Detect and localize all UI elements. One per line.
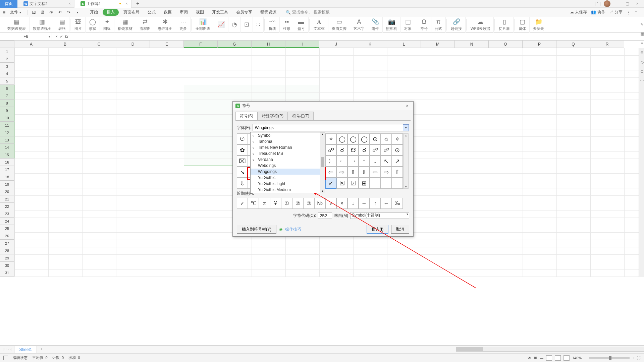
recent-symbol[interactable]: ℃ — [248, 198, 259, 209]
btn-camera[interactable]: 📷照相机 — [383, 17, 401, 33]
symbol-cell[interactable] — [370, 178, 381, 189]
symbol-cell[interactable]: ↑ — [359, 156, 370, 167]
tab-special[interactable]: 特殊字符(P) — [258, 112, 288, 120]
tab-resources[interactable]: 稻壳资源 — [257, 8, 280, 16]
symbol-cell[interactable]: ☌ — [336, 144, 347, 156]
tab-symbols[interactable]: 符号(S) — [235, 112, 258, 120]
btn-icon[interactable]: ✦图标 — [100, 17, 114, 33]
unsaved-status[interactable]: ☁ 未保存 — [570, 9, 587, 15]
recent-symbol[interactable]: ≠ — [259, 198, 270, 209]
recent-symbol[interactable]: ① — [281, 198, 292, 209]
cancel-button[interactable]: 取消 — [391, 225, 409, 234]
column-header[interactable]: P — [523, 41, 556, 48]
side-icon[interactable]: ⊙ — [640, 69, 644, 74]
row-header[interactable]: 18 — [0, 173, 14, 181]
row-header[interactable]: 3 — [0, 63, 14, 70]
close-icon[interactable]: × — [125, 1, 128, 6]
btn-asset[interactable]: ▦稻壳素材 — [114, 17, 136, 33]
zoom-in-icon[interactable]: + — [632, 356, 634, 360]
symbol-cell[interactable]: ↗ — [392, 156, 403, 167]
btn-allchart[interactable]: 📊全部图表 — [192, 17, 214, 33]
symbol-cell[interactable]: ⇧ — [392, 167, 403, 178]
symbol-cell[interactable]: ⇨ — [336, 167, 347, 178]
grid-icon[interactable]: ⊞ — [534, 356, 537, 360]
column-header[interactable]: R — [590, 41, 624, 48]
btn-spark-winloss[interactable]: ▬盈亏 — [294, 17, 309, 33]
btn-flowchart[interactable]: ⇄流程图 — [136, 17, 154, 33]
column-header[interactable]: Q — [556, 41, 590, 48]
status-icon[interactable] — [3, 356, 8, 360]
font-option[interactable]: ‹Trebuchet MS — [251, 150, 325, 157]
symbol-cell[interactable]: ⇦ — [325, 167, 336, 178]
close-window-icon[interactable]: × — [634, 1, 641, 6]
row-header[interactable]: 4 — [0, 70, 14, 77]
qat-undo-icon[interactable]: ↶ — [56, 9, 64, 16]
btn-table[interactable]: ▤表格 — [55, 17, 69, 33]
btn-chart-2[interactable]: ◔ — [228, 17, 241, 33]
column-header[interactable]: K — [353, 41, 387, 48]
recent-symbol[interactable]: ↑ — [370, 198, 381, 209]
btn-textbox[interactable]: 𝐀文本框 — [310, 17, 328, 33]
symbol-cell[interactable]: ◯ — [347, 133, 359, 144]
btn-slicer[interactable]: ▯切片器 — [495, 17, 514, 33]
tab-data[interactable]: 数据 — [160, 8, 175, 16]
tab-home[interactable]: 首页 — [0, 0, 17, 8]
side-icon[interactable]: ◇ — [641, 60, 644, 64]
symbol-cell[interactable]: ◯ — [336, 133, 347, 144]
font-option[interactable]: ‹Tahoma — [251, 138, 325, 144]
column-header[interactable]: C — [82, 41, 116, 48]
row-header[interactable]: 26 — [0, 232, 14, 240]
collapse-icon[interactable]: ⌃ — [635, 10, 638, 15]
nav-first-icon[interactable]: |‹ — [3, 347, 5, 351]
row-header[interactable]: 12 — [0, 129, 14, 136]
btn-chart-1[interactable]: 📈 — [214, 17, 228, 33]
font-option[interactable]: Webdings — [251, 163, 325, 169]
dialog-titlebar[interactable]: S 符号 × — [233, 102, 413, 110]
cancel-icon[interactable]: × — [55, 34, 58, 39]
recent-symbol[interactable]: ③ — [303, 198, 314, 209]
font-option[interactable]: Yu Gothic Light — [251, 181, 325, 187]
zoom-out-icon[interactable]: − — [584, 356, 586, 360]
btn-pivottable[interactable]: ▦数据透视表 — [4, 17, 30, 33]
btn-attach[interactable]: 📎附件 — [368, 17, 383, 33]
avatar[interactable] — [604, 0, 610, 7]
row-header[interactable]: 28 — [0, 247, 14, 254]
symbol-cell[interactable]: ✓ — [325, 178, 336, 189]
accept-icon[interactable]: ✓ — [60, 34, 63, 39]
recent-symbol[interactable]: ✓ — [237, 198, 248, 209]
row-header[interactable]: 9 — [0, 107, 14, 114]
row-header[interactable]: 17 — [0, 166, 14, 173]
qat-preview-icon[interactable]: 👁 — [48, 9, 55, 16]
symbol-cell[interactable]: → — [347, 156, 359, 167]
row-header[interactable]: 10 — [0, 114, 14, 122]
btn-symbol[interactable]: Ω符号 — [417, 17, 431, 33]
font-option[interactable]: Yu Gothic — [251, 175, 325, 181]
tab-dev[interactable]: 开发工具 — [209, 8, 231, 16]
row-header[interactable]: 11 — [0, 122, 14, 129]
nav-next-icon[interactable]: › — [7, 347, 9, 351]
share-button[interactable]: ↗ 分享 — [609, 9, 623, 15]
zoom-value[interactable]: 140% — [572, 356, 582, 360]
view-pagebreak[interactable] — [564, 355, 570, 361]
zoom-slider[interactable] — [589, 357, 630, 359]
qat-print-icon[interactable]: 🖶 — [39, 9, 46, 16]
symbol-cell[interactable]: ⊙ — [392, 144, 403, 156]
symbol-cell[interactable] — [381, 178, 392, 189]
column-header[interactable]: E — [150, 41, 184, 48]
side-icon[interactable]: ⊕ — [640, 50, 644, 55]
badge-icon[interactable]: 1 — [595, 2, 600, 6]
recent-symbol[interactable]: ← — [381, 198, 392, 209]
recent-symbol[interactable]: √ — [325, 198, 336, 209]
nav-prev-icon[interactable]: ‹ — [6, 347, 7, 351]
btn-spark-col[interactable]: ▪▪柱形 — [280, 17, 294, 33]
tab-layout[interactable]: 页面布局 — [120, 8, 143, 16]
add-sheet-button[interactable]: + — [37, 347, 46, 352]
column-header[interactable]: H — [252, 41, 285, 48]
column-header[interactable]: D — [116, 41, 150, 48]
symbol-cell[interactable]: ☍ — [370, 144, 381, 156]
font-option[interactable]: Yu Gothic Medium — [251, 187, 325, 193]
symbol-cell[interactable]: ⇨ — [381, 167, 392, 178]
symbol-cell[interactable]: ✿ — [237, 144, 248, 156]
symbol-cell[interactable]: ☍ — [381, 144, 392, 156]
chevron-down-icon[interactable]: ▾ — [49, 35, 50, 38]
